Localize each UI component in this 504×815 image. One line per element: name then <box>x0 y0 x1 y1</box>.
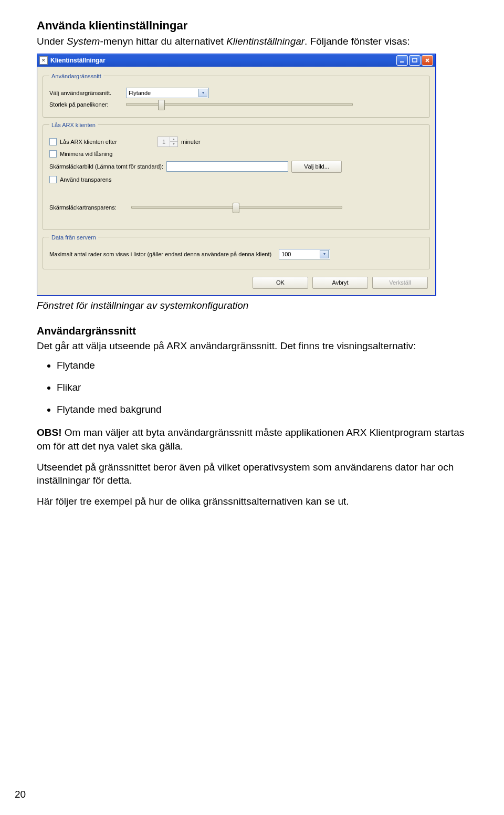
paragraph-examples: Här följer tre exempel på hur de olika g… <box>37 495 476 508</box>
intro-em-klient: Klientinställningar <box>226 36 304 47</box>
app-icon: ✕ <box>39 56 48 65</box>
paragraph-alternatives: Det går att välja utseende på ARX använd… <box>37 339 476 353</box>
page-heading: Använda klientinställningar <box>37 19 476 33</box>
window-body: Användargränssnitt Välj användargränssni… <box>37 67 435 295</box>
combo-interface[interactable]: Flytande ▾ <box>126 88 209 98</box>
label-transparency-slider: Skärmsläckartransparens: <box>49 204 128 211</box>
ok-button[interactable]: OK <box>253 277 308 289</box>
spinner-up-icon[interactable]: ▲ <box>170 137 177 142</box>
minimize-button[interactable] <box>396 55 408 66</box>
close-button[interactable] <box>422 55 433 66</box>
checkbox-minimize[interactable] <box>49 150 57 158</box>
window-buttons <box>396 55 433 66</box>
label-minutes: minuter <box>181 139 201 145</box>
label-max-rows: Maximalt antal rader som visas i listor … <box>49 251 271 257</box>
group-user-interface-legend: Användargränssnitt <box>49 73 103 79</box>
group-server-data: Data från servern Maximalt antal rader s… <box>43 234 430 269</box>
combo-max-rows[interactable]: 100 ▾ <box>279 249 330 259</box>
label-use-transparency: Använd transparens <box>60 176 111 183</box>
slider-thumb-icon[interactable] <box>158 100 165 110</box>
slider-thumb-transparency[interactable] <box>233 203 239 213</box>
svg-rect-0 <box>400 61 404 62</box>
list-item: Flytande med bakgrund <box>57 404 476 415</box>
app-icon-glyph: ✕ <box>41 58 46 63</box>
label-icon-size: Storlek på panelikoner: <box>49 101 123 108</box>
dialog-footer: OK Avbryt Verkställ <box>43 274 430 290</box>
slider-icon-size[interactable] <box>126 103 353 106</box>
group-lock-client: Lås ARX klienten Lås ARX klienten efter … <box>43 122 430 230</box>
label-choose-interface: Välj användargränssnitt. <box>49 90 123 96</box>
subhead-user-interface: Användargränssnitt <box>37 325 476 337</box>
maximize-button[interactable] <box>409 55 421 66</box>
intro-text-post: . Följande fönster visas: <box>304 36 410 47</box>
checkbox-transparency[interactable] <box>49 176 57 183</box>
paragraph-os-note: Utseendet på gränssnittet beror även på … <box>37 461 476 487</box>
spinner-minutes[interactable]: 1 ▲▼ <box>158 137 178 147</box>
chevron-down-icon: ▾ <box>198 89 207 97</box>
obs-label: OBS! <box>37 427 62 438</box>
chevron-down-icon: ▾ <box>320 250 329 258</box>
label-minimize: Minimera vid låsning <box>60 151 112 157</box>
page-number: 20 <box>15 789 26 800</box>
slider-transparency[interactable] <box>131 206 342 209</box>
apply-button[interactable]: Verkställ <box>372 277 428 289</box>
group-user-interface: Användargränssnitt Välj användargränssni… <box>43 73 430 118</box>
titlebar[interactable]: ✕ Klientinställningar <box>37 54 435 67</box>
browse-image-button[interactable]: Välj bild... <box>291 161 342 173</box>
svg-rect-1 <box>413 58 417 62</box>
screenshot-caption: Fönstret för inställningar av systemkonf… <box>37 300 476 311</box>
screenshot-container: ✕ Klientinställningar Användargränssnitt… <box>37 54 476 296</box>
combo-max-rows-value: 100 <box>281 251 291 257</box>
label-screensaver: Skärmsläckarbild (Lämna tomt för standar… <box>49 163 163 170</box>
intro-em-system: System <box>67 36 100 47</box>
intro-text-pre: Under <box>37 36 67 47</box>
window: ✕ Klientinställningar Användargränssnitt… <box>37 54 436 296</box>
list-item: Flytande <box>57 360 476 371</box>
bullet-list: Flytande Flikar Flytande med bakgrund <box>37 360 476 415</box>
intro-text-mid: -menyn hittar du alternativet <box>100 36 226 47</box>
checkbox-lock-after[interactable] <box>49 138 57 145</box>
intro-paragraph: Under System-menyn hittar du alternative… <box>37 35 476 48</box>
spinner-value: 1 <box>158 137 170 147</box>
group-server-data-legend: Data från servern <box>49 234 98 241</box>
obs-paragraph: OBS! Om man väljer att byta användargrän… <box>37 426 476 453</box>
list-item: Flikar <box>57 382 476 393</box>
group-lock-client-legend: Lås ARX klienten <box>49 122 98 128</box>
input-screensaver-path[interactable] <box>166 161 288 172</box>
obs-text: Om man väljer att byta användargränssnit… <box>37 427 464 452</box>
spinner-down-icon[interactable]: ▼ <box>170 142 177 147</box>
label-lock-after: Lås ARX klienten efter <box>60 139 154 145</box>
cancel-button[interactable]: Avbryt <box>312 277 368 289</box>
window-title: Klientinställningar <box>50 57 396 64</box>
combo-interface-value: Flytande <box>129 90 151 96</box>
